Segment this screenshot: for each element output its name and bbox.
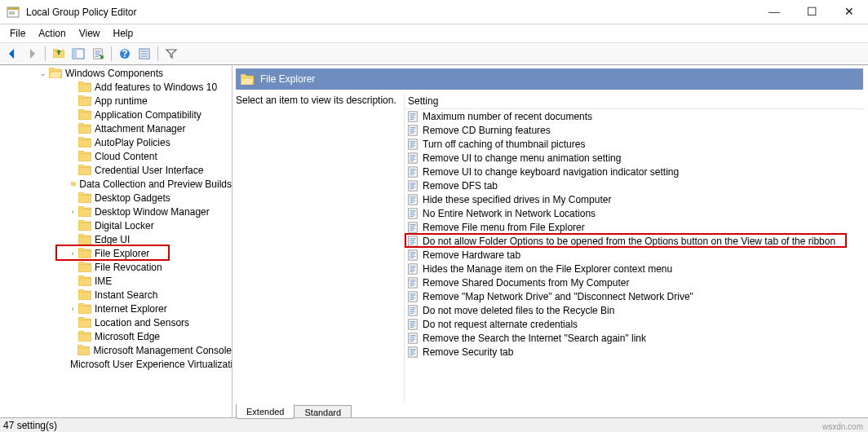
tree-item[interactable]: Microsoft Management Console — [0, 343, 232, 357]
tree-label: Desktop Window Manager — [95, 206, 210, 218]
help-button[interactable]: ? — [116, 45, 134, 63]
tree-label: Edge UI — [95, 234, 130, 245]
setting-label: Do not request alternate credentials — [423, 319, 578, 330]
setting-item[interactable]: Hides the Manage item on the File Explor… — [405, 262, 863, 276]
setting-label: Remove "Map Network Drive" and "Disconne… — [423, 291, 693, 302]
maximize-button[interactable]: ☐ — [793, 0, 830, 24]
tree-item[interactable]: File Revocation — [0, 260, 232, 274]
filter-button[interactable] — [162, 45, 180, 63]
tree-label: Microsoft Management Console — [94, 345, 232, 356]
tree-item[interactable]: Attachment Manager — [0, 121, 232, 135]
description-column: Select an item to view its description. — [236, 93, 399, 403]
menu-view[interactable]: View — [73, 26, 107, 41]
folder-icon — [78, 262, 91, 272]
settings-column: Setting Maximum number of recent documen… — [404, 93, 863, 403]
tab-extended[interactable]: Extended — [236, 404, 294, 419]
folder-icon — [71, 179, 76, 189]
tree-item[interactable]: Cloud Content — [0, 149, 232, 163]
tree-item[interactable]: Microsoft Edge — [0, 329, 232, 343]
settings-list[interactable]: Maximum number of recent documentsRemove… — [405, 109, 863, 403]
tree-item[interactable]: App runtime — [0, 94, 232, 108]
tree-item[interactable]: ›File Explorer — [0, 246, 232, 260]
tree-item[interactable]: Instant Search — [0, 288, 232, 302]
main-area: ⌄Windows ComponentsAdd features to Windo… — [0, 65, 868, 420]
setting-item[interactable]: Remove UI to change keyboard navigation … — [405, 165, 863, 179]
detail-title: File Explorer — [260, 73, 315, 85]
setting-item[interactable]: Remove UI to change menu animation setti… — [405, 151, 863, 165]
setting-item[interactable]: Remove the Search the Internet "Search a… — [405, 331, 863, 345]
tree-label: Digital Locker — [95, 220, 154, 231]
setting-label: Remove the Search the Internet "Search a… — [423, 333, 646, 344]
back-button[interactable] — [3, 45, 21, 63]
tree-label: App runtime — [95, 95, 148, 107]
app-icon — [7, 6, 20, 19]
tree-item[interactable]: Add features to Windows 10 — [0, 80, 232, 94]
svg-text:?: ? — [122, 48, 127, 60]
setting-item[interactable]: Remove DFS tab — [405, 179, 863, 192]
tree-item[interactable]: AutoPlay Policies — [0, 135, 232, 149]
tree-item[interactable]: Digital Locker — [0, 218, 232, 232]
close-button[interactable]: ✕ — [830, 0, 868, 24]
forward-button[interactable] — [23, 45, 41, 63]
tree-label: Windows Components — [65, 68, 163, 79]
tree-label: Add features to Windows 10 — [95, 82, 217, 93]
setting-item[interactable]: Remove Shared Documents from My Computer — [405, 276, 863, 289]
tree-item[interactable]: Credential User Interface — [0, 163, 232, 177]
setting-label: Do not allow Folder Options to be opened… — [423, 236, 835, 247]
setting-label: Hides the Manage item on the File Explor… — [423, 263, 672, 275]
menu-help[interactable]: Help — [107, 26, 140, 41]
tree-root[interactable]: ⌄Windows Components — [0, 66, 232, 80]
policy-icon — [406, 124, 419, 137]
folder-icon — [78, 137, 91, 148]
tree-item[interactable]: Location and Sensors — [0, 315, 232, 329]
caret-right-icon[interactable]: › — [67, 249, 78, 258]
setting-item[interactable]: Remove "Map Network Drive" and "Disconne… — [405, 289, 863, 303]
tree-item[interactable]: Microsoft User Experience Virtualization — [0, 357, 232, 371]
tree-scroll[interactable]: ⌄Windows ComponentsAdd features to Windo… — [0, 65, 232, 420]
tree-item[interactable]: Edge UI — [0, 232, 232, 246]
setting-label: Remove CD Burning features — [423, 125, 551, 136]
folder-icon — [78, 345, 90, 355]
folder-icon — [78, 109, 91, 120]
tree-item[interactable]: IME — [0, 274, 232, 288]
tree-item[interactable]: Desktop Gadgets — [0, 191, 232, 205]
setting-item[interactable]: Turn off caching of thumbnail pictures — [405, 137, 863, 151]
setting-item[interactable]: Do not allow Folder Options to be opened… — [405, 234, 863, 248]
tree-label: Desktop Gadgets — [95, 192, 170, 204]
properties-button[interactable] — [135, 45, 153, 63]
setting-item[interactable]: Maximum number of recent documents — [405, 109, 863, 123]
tree-label: Location and Sensors — [95, 317, 189, 328]
setting-label: Remove Security tab — [423, 346, 513, 358]
setting-label: Maximum number of recent documents — [423, 111, 592, 122]
minimize-button[interactable]: — — [755, 0, 793, 24]
setting-item[interactable]: Remove CD Burning features — [405, 123, 863, 137]
toolbar: ? — [0, 42, 868, 65]
menu-file[interactable]: File — [3, 26, 32, 41]
setting-item[interactable]: Hide these specified drives in My Comput… — [405, 192, 863, 206]
caret-right-icon[interactable]: › — [67, 208, 78, 216]
setting-item[interactable]: No Entire Network in Network Locations — [405, 206, 863, 220]
caret-down-icon[interactable]: ⌄ — [38, 69, 49, 77]
tree-item[interactable]: ›Desktop Window Manager — [0, 205, 232, 218]
detail-header: File Explorer — [236, 68, 863, 90]
folder-icon — [78, 82, 91, 92]
setting-item[interactable]: Remove Hardware tab — [405, 248, 863, 262]
tree-pane: ⌄Windows ComponentsAdd features to Windo… — [0, 65, 232, 420]
menu-action[interactable]: Action — [32, 26, 72, 41]
tree-item[interactable]: ›Internet Explorer — [0, 302, 232, 315]
show-hide-tree-button[interactable] — [69, 45, 87, 63]
setting-item[interactable]: Remove Security tab — [405, 345, 863, 359]
export-button[interactable] — [89, 45, 107, 63]
setting-label: No Entire Network in Network Locations — [423, 208, 596, 219]
up-button[interactable] — [50, 45, 68, 63]
caret-right-icon[interactable]: › — [67, 305, 78, 313]
setting-label: Do not move deleted files to the Recycle… — [423, 305, 614, 316]
setting-item[interactable]: Remove File menu from File Explorer — [405, 220, 863, 234]
tree-item[interactable]: Application Compatibility — [0, 108, 232, 121]
tree-item[interactable]: Data Collection and Preview Builds — [0, 177, 232, 191]
setting-item[interactable]: Do not move deleted files to the Recycle… — [405, 303, 863, 317]
setting-item[interactable]: Do not request alternate credentials — [405, 317, 863, 331]
tree-label: IME — [95, 276, 112, 287]
settings-column-header[interactable]: Setting — [405, 93, 863, 109]
folder-icon — [78, 123, 91, 134]
